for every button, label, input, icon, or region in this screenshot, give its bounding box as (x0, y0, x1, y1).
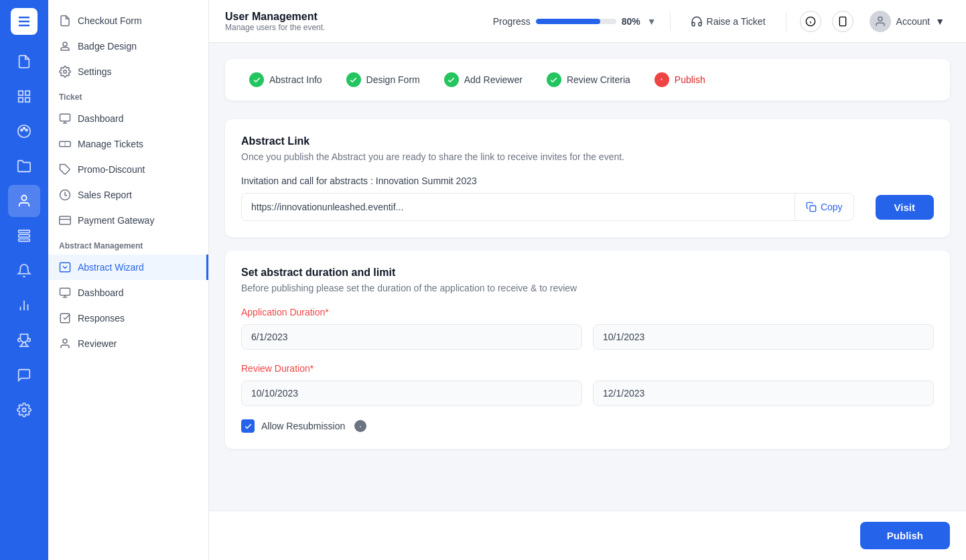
tab-publish-check (654, 72, 669, 87)
nav-sales-report-label: Sales Report (78, 190, 132, 200)
raise-ticket-label: Raise a Ticket (707, 16, 766, 27)
avatar (870, 11, 891, 32)
sidebar-nav-document[interactable] (8, 46, 40, 78)
duration-card: Set abstract duration and limit Before p… (225, 251, 950, 449)
nav-payment-gateway[interactable]: Payment Gateway (48, 208, 208, 233)
svg-rect-41 (810, 206, 816, 212)
sidebar-nav-palette[interactable] (8, 115, 40, 147)
headphone-icon (691, 15, 703, 27)
sidebar-nav-gear[interactable] (8, 394, 40, 426)
nav-reviewer[interactable]: Reviewer (48, 331, 208, 356)
info-button[interactable] (800, 11, 821, 32)
abstract-section-label: Abstract Management (48, 233, 208, 255)
review-end-input[interactable] (593, 380, 934, 406)
publish-button[interactable]: Publish (860, 522, 950, 549)
nav-payment-gateway-label: Payment Gateway (78, 215, 154, 226)
icon-sidebar (0, 0, 48, 560)
progress-bar-fill (536, 19, 600, 24)
svg-rect-1 (25, 91, 29, 95)
bottom-bar: Publish (209, 510, 966, 560)
nav-badge-design[interactable]: Badge Design (48, 33, 208, 59)
top-header: User Management Manage users for the eve… (209, 0, 966, 43)
nav-abstract-dashboard[interactable]: Dashboard (48, 280, 208, 305)
nav-sales-report[interactable]: Sales Report (48, 182, 208, 208)
raise-ticket-button[interactable]: Raise a Ticket (684, 11, 772, 31)
sidebar-nav-trophy[interactable] (8, 324, 40, 356)
application-end-input[interactable] (593, 324, 934, 350)
nav-abstract-wizard[interactable]: Abstract Wizard (48, 255, 208, 280)
ticket-section-label: Ticket (48, 84, 208, 106)
resubmission-row: Allow Resubmission (241, 419, 934, 433)
account-chevron-icon: ▼ (935, 16, 945, 27)
tab-design-form-label: Design Form (366, 74, 420, 85)
svg-rect-31 (60, 313, 70, 323)
abstract-link-card: Abstract Link Once you publish the Abstr… (225, 119, 950, 237)
nav-promo-discount-label: Promo-Discount (78, 164, 145, 175)
sidebar-nav-list[interactable] (8, 220, 40, 252)
tab-abstract-info[interactable]: Abstract Info (238, 67, 333, 92)
link-input[interactable] (242, 195, 795, 219)
header-divider-2 (786, 12, 786, 31)
tab-design-form[interactable]: Design Form (336, 67, 431, 92)
svg-point-16 (63, 42, 67, 46)
progress-label: Progress (493, 16, 531, 27)
nav-checkout-form-label: Checkout Form (78, 15, 142, 26)
abstract-link-subtitle: Once you publish the Abstract you are re… (241, 151, 934, 162)
sidebar-nav-user[interactable] (8, 185, 40, 217)
visit-button[interactable]: Visit (876, 195, 934, 220)
sidebar-nav-folder[interactable] (8, 150, 40, 182)
nav-checkout-form[interactable]: Checkout Form (48, 8, 208, 33)
header-title-group: User Management Manage users for the eve… (225, 11, 325, 32)
svg-point-8 (21, 196, 26, 200)
mobile-button[interactable] (832, 11, 853, 32)
tab-publish[interactable]: Publish (644, 67, 716, 92)
resubmission-info-icon[interactable] (354, 420, 366, 432)
account-button[interactable]: Account ▼ (864, 8, 950, 35)
content-area: Abstract Info Design Form Add Reviewer R… (209, 43, 966, 510)
tab-publish-label: Publish (675, 74, 705, 85)
nav-settings-label: Settings (78, 66, 112, 77)
svg-rect-27 (60, 263, 70, 272)
svg-point-32 (63, 339, 67, 343)
header-divider-1 (670, 12, 671, 31)
svg-rect-10 (19, 234, 30, 237)
progress-dropdown-icon[interactable]: ▼ (647, 16, 657, 27)
sidebar-nav-chart[interactable] (8, 289, 40, 322)
nav-responses-label: Responses (78, 313, 125, 324)
allow-resubmission-checkbox[interactable] (241, 419, 255, 433)
nav-manage-tickets-label: Manage Tickets (78, 139, 143, 149)
tab-add-reviewer[interactable]: Add Reviewer (433, 67, 533, 92)
copy-label: Copy (821, 202, 843, 212)
nav-responses[interactable]: Responses (48, 305, 208, 331)
tab-abstract-info-check (249, 72, 264, 87)
nav-abstract-dashboard-label: Dashboard (78, 287, 124, 298)
tab-review-criteria[interactable]: Review Criteria (536, 67, 641, 92)
nav-ticket-dashboard[interactable]: Dashboard (48, 106, 208, 131)
copy-icon (806, 202, 817, 212)
nav-badge-design-label: Badge Design (78, 41, 137, 52)
copy-button[interactable]: Copy (795, 195, 853, 219)
abstract-link-title: Abstract Link (241, 135, 934, 147)
allow-resubmission-label: Allow Resubmission (261, 421, 345, 431)
sidebar-nav-grid[interactable] (8, 80, 40, 113)
svg-point-5 (21, 129, 23, 131)
svg-point-6 (23, 127, 25, 129)
review-duration-row (241, 380, 934, 406)
svg-rect-3 (19, 98, 23, 102)
application-start-input[interactable] (241, 324, 582, 350)
sidebar-nav-chat[interactable] (8, 359, 40, 391)
nav-promo-discount[interactable]: Promo-Discount (48, 157, 208, 182)
nav-abstract-wizard-label: Abstract Wizard (78, 262, 144, 273)
svg-rect-25 (60, 216, 71, 224)
tab-add-reviewer-check (444, 72, 459, 87)
tab-add-reviewer-label: Add Reviewer (464, 74, 523, 85)
logo-icon[interactable] (11, 8, 38, 35)
main-area: User Management Manage users for the eve… (209, 0, 966, 560)
review-start-input[interactable] (241, 380, 582, 406)
nav-settings[interactable]: Settings (48, 59, 208, 84)
application-duration-row (241, 324, 934, 350)
nav-manage-tickets[interactable]: Manage Tickets (48, 131, 208, 157)
sidebar-nav-bell[interactable] (8, 255, 40, 287)
progress-area: Progress 80% ▼ (493, 16, 657, 27)
progress-bar-bg (536, 19, 616, 24)
